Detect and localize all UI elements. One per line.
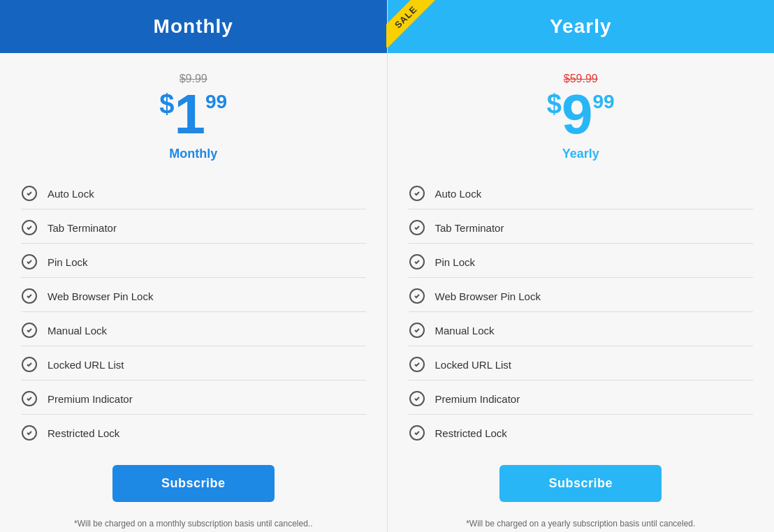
check-icon	[21, 322, 38, 339]
yearly-dollar-sign: $	[547, 91, 562, 117]
check-icon	[409, 356, 425, 373]
feature-label: Tab Terminator	[435, 222, 504, 234]
feature-label: Manual Lock	[48, 325, 107, 337]
feature-label: Locked URL List	[48, 359, 124, 371]
check-icon	[409, 424, 425, 441]
feature-label: Premium Indicator	[435, 393, 520, 405]
list-item: Restricted Lock	[409, 415, 754, 448]
monthly-subscribe-section: Subscribe	[0, 448, 387, 509]
feature-label: Restricted Lock	[48, 427, 119, 439]
list-item: Tab Terminator	[21, 209, 366, 244]
list-item: Web Browser Pin Lock	[409, 278, 754, 312]
check-icon	[21, 424, 38, 441]
check-icon	[21, 219, 38, 236]
yearly-price-number: 9	[562, 87, 593, 142]
feature-label: Restricted Lock	[435, 427, 507, 439]
list-item: Pin Lock	[409, 244, 754, 278]
monthly-disclaimer: *Will be charged on a monthly subscripti…	[0, 509, 387, 532]
monthly-price-period: Monthly	[14, 147, 373, 161]
feature-label: Pin Lock	[435, 256, 476, 268]
list-item: Premium Indicator	[409, 380, 754, 415]
yearly-disclaimer-line1: *Will be charged on a yearly subscriptio…	[402, 517, 761, 531]
list-item: Restricted Lock	[21, 415, 366, 448]
yearly-subscribe-button[interactable]: Subscribe	[499, 465, 662, 502]
monthly-header: Monthly	[0, 0, 387, 53]
monthly-price-number: 1	[174, 87, 205, 142]
yearly-title: Yearly	[550, 15, 612, 37]
list-item: Pin Lock	[21, 244, 366, 278]
yearly-disclaimer: *Will be charged on a yearly subscriptio…	[388, 509, 775, 532]
monthly-subscribe-button[interactable]: Subscribe	[112, 465, 275, 502]
feature-label: Tab Terminator	[48, 222, 117, 234]
list-item: Tab Terminator	[409, 209, 754, 244]
feature-label: Auto Lock	[48, 188, 94, 200]
yearly-price-section: $59.99 $ 9 99 Yearly	[388, 53, 775, 175]
monthly-price-cents: 99	[205, 92, 227, 112]
monthly-dollar-sign: $	[159, 91, 174, 117]
list-item: Manual Lock	[21, 312, 366, 346]
check-icon	[21, 390, 38, 407]
check-icon	[21, 356, 38, 373]
sale-badge-text: SALE	[386, 0, 437, 48]
feature-label: Web Browser Pin Lock	[435, 290, 541, 302]
check-icon	[409, 322, 425, 339]
monthly-title: Monthly	[154, 15, 233, 37]
yearly-plan: SALE Yearly $59.99 $ 9 99 Yearly Auto Lo…	[388, 0, 775, 532]
check-icon	[409, 185, 425, 202]
feature-label: Pin Lock	[48, 256, 88, 268]
check-icon	[409, 219, 425, 236]
feature-label: Web Browser Pin Lock	[48, 290, 153, 302]
monthly-price-section: $9.99 $ 1 99 Monthly	[0, 53, 387, 175]
check-icon	[21, 288, 38, 304]
sale-badge: SALE	[386, 0, 442, 54]
check-icon	[21, 253, 38, 270]
yearly-features-list: Auto Lock Tab Terminator Pin Lock	[388, 175, 775, 448]
check-icon	[21, 185, 38, 202]
yearly-price-cents: 99	[592, 92, 614, 112]
list-item: Web Browser Pin Lock	[21, 278, 366, 312]
check-icon	[409, 253, 425, 270]
yearly-price-period: Yearly	[402, 147, 761, 161]
feature-label: Locked URL List	[435, 359, 512, 371]
feature-label: Premium Indicator	[48, 393, 133, 405]
feature-label: Auto Lock	[435, 188, 482, 200]
monthly-features-list: Auto Lock Tab Terminator Pin Lock	[0, 175, 387, 448]
list-item: Auto Lock	[409, 175, 754, 209]
check-icon	[409, 288, 425, 304]
monthly-disclaimer-line1: *Will be charged on a monthly subscripti…	[14, 517, 373, 531]
feature-label: Manual Lock	[435, 325, 495, 337]
list-item: Auto Lock	[21, 175, 366, 209]
check-icon	[409, 390, 425, 407]
yearly-header: SALE Yearly	[388, 0, 775, 53]
list-item: Locked URL List	[21, 346, 366, 380]
list-item: Manual Lock	[409, 312, 754, 346]
monthly-plan: Monthly $9.99 $ 1 99 Monthly Auto Lock	[0, 0, 388, 532]
list-item: Locked URL List	[409, 346, 754, 380]
list-item: Premium Indicator	[21, 380, 366, 415]
yearly-subscribe-section: Subscribe	[388, 448, 775, 509]
